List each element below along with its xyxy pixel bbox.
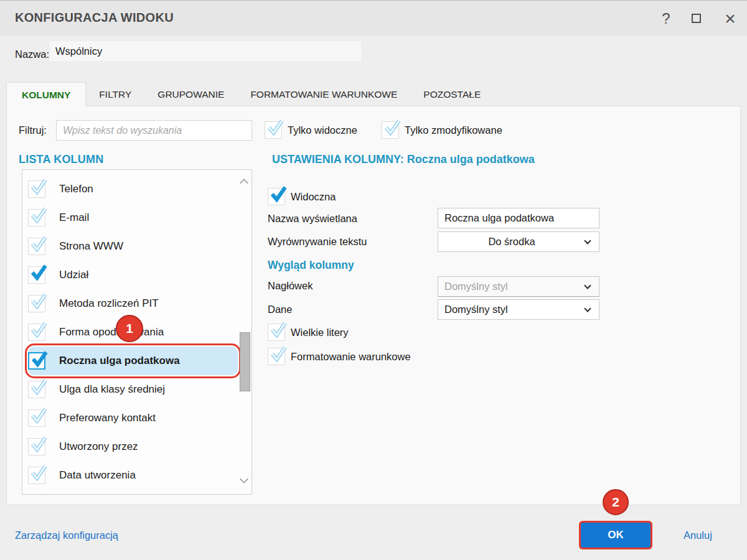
list-item[interactable]: Utworzony przez bbox=[28, 432, 237, 461]
tab-filtry[interactable]: FILTRY bbox=[86, 83, 144, 106]
list-item[interactable]: Preferowany kontakt bbox=[28, 404, 237, 432]
filter-label: Filtruj: bbox=[19, 124, 47, 136]
data-style-value: Domyślny styl bbox=[438, 304, 585, 315]
name-label: Nazwa: bbox=[15, 49, 49, 60]
check-icon[interactable] bbox=[382, 121, 399, 139]
list-item-label: Udział bbox=[59, 269, 88, 281]
display-name-label: Nazwa wyświetlana bbox=[268, 213, 357, 225]
check-icon[interactable] bbox=[28, 381, 45, 398]
list-item-label: Forma opodatkowania bbox=[59, 326, 164, 338]
list-item-label: E-mail bbox=[59, 212, 89, 224]
scrollbar-thumb[interactable] bbox=[240, 332, 250, 391]
ok-button[interactable]: OK bbox=[581, 523, 651, 548]
cancel-link[interactable]: Anuluj bbox=[684, 530, 712, 541]
check-icon[interactable] bbox=[268, 188, 285, 205]
list-item-label: Roczna ulga podatkowa bbox=[59, 355, 180, 367]
tab-pozosta-e[interactable]: POZOSTAŁE bbox=[410, 83, 494, 106]
maximize-icon[interactable] bbox=[682, 1, 710, 36]
tab-kolumny[interactable]: KOLUMNY bbox=[6, 82, 86, 106]
text-align-label: Wyrównywanie tekstu bbox=[268, 236, 367, 248]
display-name-input[interactable] bbox=[438, 208, 599, 228]
list-item[interactable]: Telefon bbox=[28, 175, 237, 203]
list-item[interactable]: Data utworzenia bbox=[28, 461, 237, 490]
title-bar: KONFIGURACJA WIDOKU ? × bbox=[0, 0, 747, 35]
list-item[interactable]: Udział bbox=[28, 261, 237, 289]
appearance-heading: Wygląd kolumny bbox=[268, 259, 354, 272]
close-icon[interactable]: × bbox=[716, 1, 744, 36]
check-icon[interactable] bbox=[28, 324, 45, 341]
check-icon[interactable] bbox=[28, 238, 45, 255]
chevron-down-icon bbox=[584, 282, 591, 289]
visible-checkbox[interactable]: Widoczna bbox=[268, 188, 336, 205]
tab-formatowanie-warunkowe[interactable]: FORMATOWANIE WARUNKOWE bbox=[237, 83, 410, 106]
data-style-label: Dane bbox=[268, 304, 292, 315]
check-icon[interactable] bbox=[28, 266, 45, 284]
check-icon[interactable] bbox=[28, 180, 45, 198]
only-visible-label: Tylko widoczne bbox=[288, 124, 357, 136]
list-item-label: Utworzony przez bbox=[59, 441, 138, 453]
check-icon[interactable] bbox=[265, 121, 282, 139]
dialog-title: KONFIGURACJA WIDOKU bbox=[15, 11, 174, 25]
chevron-down-icon bbox=[584, 305, 591, 312]
only-visible-checkbox[interactable]: Tylko widoczne bbox=[265, 121, 357, 139]
data-style-select[interactable]: Domyślny styl bbox=[438, 299, 599, 320]
check-icon[interactable] bbox=[28, 352, 45, 370]
list-item[interactable] bbox=[28, 490, 237, 495]
list-item-label: Ulga dla klasy średniej bbox=[59, 383, 165, 396]
check-icon[interactable] bbox=[28, 467, 45, 484]
header-style-value: Domyślny styl bbox=[438, 281, 585, 292]
check-icon[interactable] bbox=[268, 348, 285, 365]
only-modified-checkbox[interactable]: Tylko zmodyfikowane bbox=[382, 121, 502, 139]
chevron-down-icon bbox=[584, 237, 591, 244]
manage-configuration-link[interactable]: Zarządzaj konfiguracją bbox=[15, 530, 118, 541]
check-icon[interactable] bbox=[268, 324, 285, 341]
scroll-up-icon[interactable] bbox=[240, 179, 248, 187]
visible-label: Widoczna bbox=[291, 191, 336, 203]
annotation-step-2-badge: 2 bbox=[603, 489, 629, 515]
list-item[interactable]: Roczna ulga podatkowa bbox=[28, 347, 238, 375]
konfiguracja-widoku-dialog: { "window": { "title": "KONFIGURACJA WID… bbox=[0, 0, 747, 560]
list-item-label: Data utworzenia bbox=[59, 469, 136, 482]
list-item-label: Metoda rozliczeń PIT bbox=[59, 297, 159, 310]
tab-bar: KOLUMNYFILTRYGRUPOWANIEFORMATOWANIE WARU… bbox=[6, 82, 494, 106]
check-icon[interactable] bbox=[28, 438, 45, 455]
scroll-down-icon[interactable] bbox=[240, 475, 248, 483]
header-style-label: Nagłówek bbox=[268, 280, 312, 292]
filter-input[interactable] bbox=[56, 120, 252, 141]
check-icon[interactable] bbox=[28, 295, 45, 312]
conditional-formatting-label: Formatowanie warunkowe bbox=[291, 351, 411, 363]
only-modified-label: Tylko zmodyfikowane bbox=[405, 124, 502, 136]
column-settings-heading: USTAWIENIA KOLUMNY: Roczna ulga podatkow… bbox=[272, 153, 535, 166]
list-item[interactable]: Ulga dla klasy średniej bbox=[28, 375, 237, 404]
list-item-label: Preferowany kontakt bbox=[59, 412, 156, 424]
list-item[interactable]: E-mail bbox=[28, 203, 237, 232]
check-icon[interactable] bbox=[28, 209, 45, 226]
help-icon[interactable]: ? bbox=[652, 1, 680, 36]
text-align-value: Do środka bbox=[438, 236, 585, 248]
column-list-heading: LISTA KOLUMN bbox=[19, 153, 103, 166]
maximize-square bbox=[692, 14, 701, 23]
list-item[interactable]: Strona WWW bbox=[28, 232, 237, 261]
name-input[interactable] bbox=[50, 41, 361, 61]
text-align-select[interactable]: Do środka bbox=[438, 231, 599, 252]
uppercase-checkbox[interactable]: Wielkie litery bbox=[268, 324, 349, 341]
list-item-label: Strona WWW bbox=[59, 240, 123, 253]
list-item[interactable]: Metoda rozliczeń PIT bbox=[28, 289, 237, 318]
conditional-formatting-checkbox[interactable]: Formatowanie warunkowe bbox=[268, 348, 411, 365]
annotation-step-1-badge: 1 bbox=[116, 315, 143, 342]
uppercase-label: Wielkie litery bbox=[291, 327, 349, 338]
list-item-label: Telefon bbox=[59, 183, 93, 195]
header-style-select[interactable]: Domyślny styl bbox=[438, 276, 599, 297]
tab-grupowanie[interactable]: GRUPOWANIE bbox=[144, 83, 237, 106]
check-icon[interactable] bbox=[28, 409, 45, 427]
